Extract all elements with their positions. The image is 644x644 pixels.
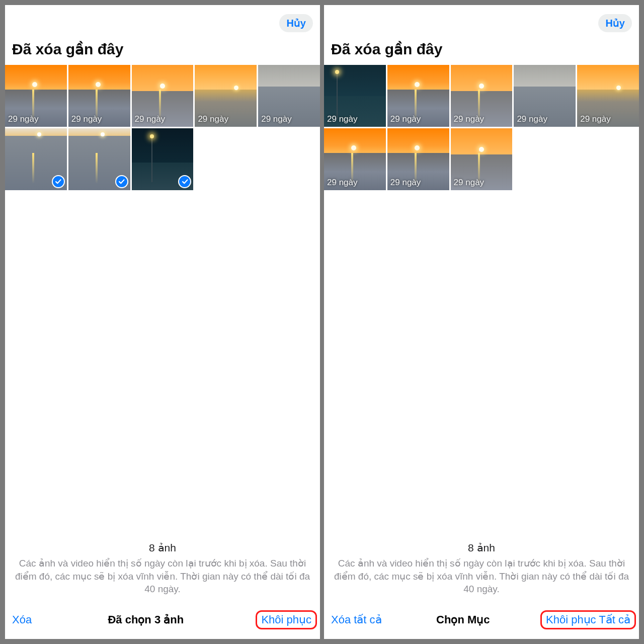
photo-thumbnail[interactable]: 29 ngày <box>387 128 449 190</box>
summary-description: Các ảnh và video hiển thị số ngày còn lạ… <box>11 557 314 596</box>
cancel-button[interactable]: Hủy <box>598 14 632 32</box>
photo-thumbnail[interactable]: 29 ngày <box>324 128 386 190</box>
days-remaining-label: 29 ngày <box>580 114 611 124</box>
delete-all-button[interactable]: Xóa tất cả <box>331 613 382 626</box>
photo-thumbnail[interactable]: 29 ngày <box>324 65 386 127</box>
photo-thumbnail[interactable]: 29 ngày <box>577 65 639 127</box>
photo-thumbnail[interactable]: 29 ngày <box>5 65 67 127</box>
days-remaining-label: 29 ngày <box>454 114 485 124</box>
topbar: Hủy <box>324 5 639 35</box>
summary-description: Các ảnh và video hiển thị số ngày còn lạ… <box>330 557 633 596</box>
photo-thumbnail[interactable]: 29 ngày <box>258 65 320 127</box>
photo-thumbnail[interactable]: 29 ngày <box>132 65 194 127</box>
days-remaining-label: 29 ngày <box>390 114 421 124</box>
photo-thumbnail[interactable]: 29 ngày <box>195 65 257 127</box>
photo-thumbnail[interactable]: 29 ngày <box>451 128 513 190</box>
topbar: Hủy <box>5 5 320 35</box>
bottom-toolbar: Xóa tất cả Chọn Mục Khôi phục Tất cả <box>324 605 639 639</box>
selected-check-icon <box>52 175 65 188</box>
select-mode-label: Chọn Mục <box>382 613 544 626</box>
photo-thumbnail[interactable] <box>5 128 67 190</box>
photo-thumbnail[interactable]: 29 ngày <box>68 65 130 127</box>
summary: 8 ảnh Các ảnh và video hiển thị số ngày … <box>324 542 639 605</box>
days-remaining-label: 29 ngày <box>327 178 358 188</box>
photo-thumbnail[interactable] <box>68 128 130 190</box>
selection-status: Đã chọn 3 ảnh <box>32 613 260 626</box>
photo-thumbnail[interactable]: 29 ngày <box>387 65 449 127</box>
recover-all-button[interactable]: Khôi phục Tất cả <box>540 610 636 629</box>
pane-right: Hủy Đã xóa gần đây 29 ngày29 ngày29 ngày… <box>324 5 639 639</box>
cancel-button[interactable]: Hủy <box>279 14 313 32</box>
days-remaining-label: 29 ngày <box>198 114 228 124</box>
days-remaining-label: 29 ngày <box>390 178 421 188</box>
days-remaining-label: 29 ngày <box>71 114 102 124</box>
page-title: Đã xóa gần đây <box>324 35 639 65</box>
recover-button[interactable]: Khôi phục <box>256 610 317 629</box>
bottom-toolbar: Xóa Đã chọn 3 ảnh Khôi phục <box>5 605 320 639</box>
days-remaining-label: 29 ngày <box>517 114 547 124</box>
selected-check-icon <box>178 175 191 188</box>
photo-grid: 29 ngày29 ngày29 ngày29 ngày29 ngày <box>5 65 320 190</box>
days-remaining-label: 29 ngày <box>327 114 358 124</box>
days-remaining-label: 29 ngày <box>454 178 485 188</box>
pane-left: Hủy Đã xóa gần đây 29 ngày29 ngày29 ngày… <box>5 5 320 639</box>
photo-grid: 29 ngày29 ngày29 ngày29 ngày29 ngày29 ng… <box>324 65 639 190</box>
photo-thumbnail[interactable]: 29 ngày <box>514 65 576 127</box>
page-title: Đã xóa gần đây <box>5 35 320 65</box>
photo-thumbnail[interactable] <box>132 128 194 190</box>
delete-button[interactable]: Xóa <box>12 613 32 626</box>
photo-count: 8 ảnh <box>330 542 633 554</box>
days-remaining-label: 29 ngày <box>8 114 39 124</box>
days-remaining-label: 29 ngày <box>135 114 166 124</box>
summary: 8 ảnh Các ảnh và video hiển thị số ngày … <box>5 542 320 605</box>
photo-count: 8 ảnh <box>11 542 314 554</box>
photo-thumbnail[interactable]: 29 ngày <box>451 65 513 127</box>
days-remaining-label: 29 ngày <box>261 114 292 124</box>
selected-check-icon <box>115 175 128 188</box>
